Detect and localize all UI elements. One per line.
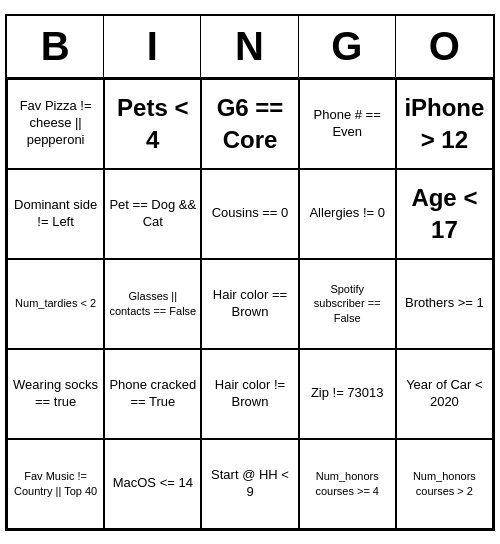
bingo-cell-16[interactable]: Phone cracked == True <box>104 349 201 439</box>
bingo-cell-0[interactable]: Fav Pizza != cheese || pepperoni <box>7 79 104 169</box>
header-letter-b: B <box>7 16 104 77</box>
cell-text-21: MacOS <= 14 <box>113 475 193 492</box>
cell-text-8: Allergies != 0 <box>309 205 385 222</box>
cell-text-7: Cousins == 0 <box>212 205 289 222</box>
bingo-cell-5[interactable]: Dominant side != Left <box>7 169 104 259</box>
bingo-cell-18[interactable]: Zip != 73013 <box>299 349 396 439</box>
bingo-cell-20[interactable]: Fav Music != Country || Top 40 <box>7 439 104 529</box>
cell-text-12: Hair color == Brown <box>206 287 293 321</box>
cell-text-14: Brothers >= 1 <box>405 295 484 312</box>
bingo-cell-12[interactable]: Hair color == Brown <box>201 259 298 349</box>
cell-text-20: Fav Music != Country || Top 40 <box>12 469 99 498</box>
bingo-card: BINGO Fav Pizza != cheese || pepperoniPe… <box>5 14 495 531</box>
cell-text-6: Pet == Dog && Cat <box>109 197 196 231</box>
bingo-cell-3[interactable]: Phone # == Even <box>299 79 396 169</box>
cell-text-0: Fav Pizza != cheese || pepperoni <box>12 98 99 149</box>
cell-text-16: Phone cracked == True <box>109 377 196 411</box>
bingo-cell-24[interactable]: Num_honors courses > 2 <box>396 439 493 529</box>
cell-text-17: Hair color != Brown <box>206 377 293 411</box>
bingo-cell-10[interactable]: Num_tardies < 2 <box>7 259 104 349</box>
bingo-cell-11[interactable]: Glasses || contacts == False <box>104 259 201 349</box>
bingo-cell-21[interactable]: MacOS <= 14 <box>104 439 201 529</box>
bingo-cell-6[interactable]: Pet == Dog && Cat <box>104 169 201 259</box>
bingo-cell-9[interactable]: Age < 17 <box>396 169 493 259</box>
bingo-cell-7[interactable]: Cousins == 0 <box>201 169 298 259</box>
cell-text-24: Num_honors courses > 2 <box>401 469 488 498</box>
cell-text-5: Dominant side != Left <box>12 197 99 231</box>
bingo-cell-17[interactable]: Hair color != Brown <box>201 349 298 439</box>
bingo-cell-23[interactable]: Num_honors courses >= 4 <box>299 439 396 529</box>
header-letter-o: O <box>396 16 493 77</box>
bingo-cell-15[interactable]: Wearing socks == true <box>7 349 104 439</box>
cell-text-15: Wearing socks == true <box>12 377 99 411</box>
header-letter-g: G <box>299 16 396 77</box>
cell-text-9: Age < 17 <box>401 182 488 244</box>
bingo-cell-1[interactable]: Pets < 4 <box>104 79 201 169</box>
cell-text-1: Pets < 4 <box>109 92 196 154</box>
bingo-grid: Fav Pizza != cheese || pepperoniPets < 4… <box>7 79 493 529</box>
bingo-cell-22[interactable]: Start @ HH < 9 <box>201 439 298 529</box>
bingo-header: BINGO <box>7 16 493 79</box>
cell-text-4: iPhone > 12 <box>401 92 488 154</box>
cell-text-18: Zip != 73013 <box>311 385 384 402</box>
cell-text-2: G6 == Core <box>206 92 293 154</box>
header-letter-n: N <box>201 16 298 77</box>
bingo-cell-19[interactable]: Year of Car < 2020 <box>396 349 493 439</box>
header-letter-i: I <box>104 16 201 77</box>
bingo-cell-4[interactable]: iPhone > 12 <box>396 79 493 169</box>
cell-text-3: Phone # == Even <box>304 107 391 141</box>
cell-text-19: Year of Car < 2020 <box>401 377 488 411</box>
bingo-cell-8[interactable]: Allergies != 0 <box>299 169 396 259</box>
cell-text-22: Start @ HH < 9 <box>206 467 293 501</box>
bingo-cell-2[interactable]: G6 == Core <box>201 79 298 169</box>
cell-text-13: Spotify subscriber == False <box>304 282 391 325</box>
cell-text-11: Glasses || contacts == False <box>109 289 196 318</box>
cell-text-23: Num_honors courses >= 4 <box>304 469 391 498</box>
bingo-cell-14[interactable]: Brothers >= 1 <box>396 259 493 349</box>
cell-text-10: Num_tardies < 2 <box>15 296 96 310</box>
bingo-cell-13[interactable]: Spotify subscriber == False <box>299 259 396 349</box>
